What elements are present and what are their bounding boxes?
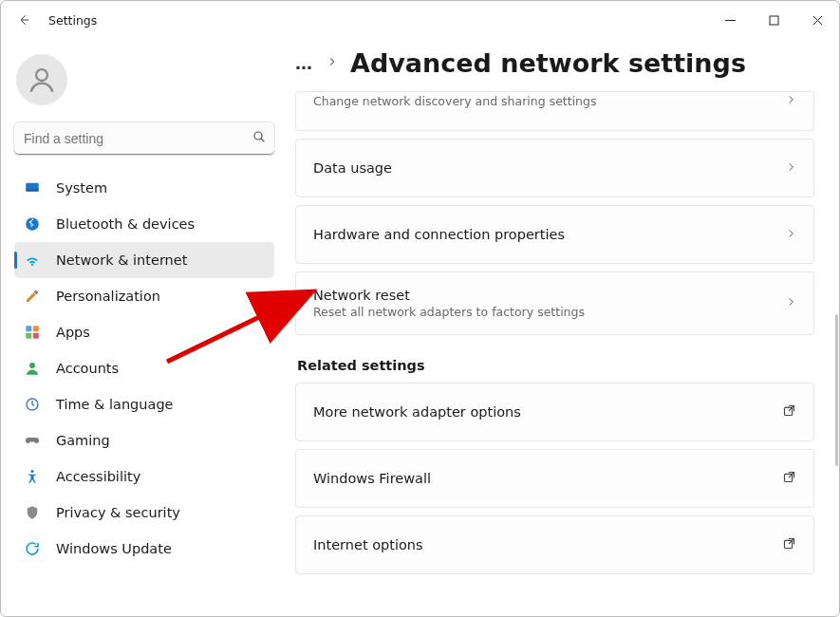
svg-rect-4 [26, 190, 39, 192]
sidebar-item-system[interactable]: System [14, 170, 274, 206]
system-icon [24, 179, 41, 196]
sidebar-item-label: Personalization [56, 289, 160, 304]
external-link-icon [782, 470, 796, 487]
main: … Advanced network settings Change netwo… [286, 39, 839, 616]
sidebar-item-update[interactable]: Windows Update [14, 531, 274, 567]
accessibility-icon [24, 468, 41, 485]
card-title: More network adapter options [313, 404, 782, 420]
sidebar-item-label: Accessibility [56, 469, 140, 484]
nav: System Bluetooth & devices Network & int… [14, 170, 274, 567]
sidebar: System Bluetooth & devices Network & int… [1, 39, 286, 616]
card-subtitle: Reset all network adapters to factory se… [313, 305, 786, 319]
sidebar-item-gaming[interactable]: Gaming [14, 422, 274, 458]
svg-point-11 [29, 363, 35, 368]
sidebar-item-label: Gaming [56, 433, 110, 448]
scrollbar-thumb[interactable] [835, 314, 838, 466]
sidebar-item-label: System [56, 180, 107, 196]
card-hardware-properties[interactable]: Hardware and connection properties [295, 205, 814, 264]
chevron-right-icon [786, 159, 796, 178]
scrollbar[interactable] [835, 96, 838, 616]
time-language-icon [24, 396, 41, 413]
card-data-usage[interactable]: Data usage [295, 139, 814, 197]
breadcrumb: … Advanced network settings [295, 48, 814, 78]
svg-rect-8 [33, 326, 39, 331]
sidebar-item-privacy[interactable]: Privacy & security [14, 495, 274, 531]
window-title: Settings [48, 13, 97, 28]
bluetooth-icon [24, 215, 41, 233]
search-input[interactable] [14, 122, 274, 155]
svg-rect-0 [770, 16, 778, 25]
maximize-button[interactable] [752, 1, 795, 39]
chevron-right-icon [786, 92, 796, 110]
sidebar-item-time[interactable]: Time & language [14, 386, 274, 422]
svg-point-2 [254, 132, 262, 140]
close-button[interactable] [795, 1, 839, 39]
sidebar-item-label: Privacy & security [56, 505, 180, 520]
accounts-icon [24, 360, 41, 377]
breadcrumb-more-icon[interactable]: … [295, 53, 314, 73]
svg-point-1 [36, 69, 47, 81]
sidebar-item-personalization[interactable]: Personalization [14, 278, 274, 314]
sidebar-item-bluetooth[interactable]: Bluetooth & devices [14, 206, 274, 242]
sidebar-item-label: Accounts [56, 361, 119, 376]
sidebar-item-network[interactable]: Network & internet [14, 242, 274, 278]
external-link-icon [782, 403, 796, 421]
svg-point-13 [31, 470, 34, 473]
sidebar-item-label: Bluetooth & devices [56, 216, 195, 232]
personalization-icon [24, 288, 41, 305]
minimize-button[interactable] [708, 1, 752, 39]
chevron-right-icon [786, 226, 796, 244]
card-title: Windows Firewall [313, 471, 782, 486]
external-link-icon [782, 536, 796, 553]
sidebar-item-apps[interactable]: Apps [14, 314, 274, 350]
avatar[interactable] [16, 54, 67, 105]
card-internet-options[interactable]: Internet options [295, 515, 814, 574]
card-more-adapter-options[interactable]: More network adapter options [295, 383, 814, 441]
card-title: Hardware and connection properties [313, 227, 786, 242]
card-windows-firewall[interactable]: Windows Firewall [295, 449, 814, 508]
apps-icon [24, 324, 41, 341]
titlebar: Settings [1, 1, 839, 39]
chevron-right-icon [327, 55, 337, 71]
page-title: Advanced network settings [350, 48, 746, 78]
search-wrap [14, 122, 274, 155]
svg-rect-7 [26, 326, 31, 331]
gaming-icon [24, 432, 41, 449]
svg-rect-9 [26, 333, 31, 339]
update-icon [24, 540, 41, 557]
window-controls [708, 1, 839, 39]
card-network-discovery[interactable]: Change network discovery and sharing set… [295, 91, 814, 131]
card-network-reset[interactable]: Network reset Reset all network adapters… [295, 271, 814, 335]
privacy-icon [24, 504, 41, 521]
card-title: Network reset [313, 288, 786, 303]
chevron-right-icon [786, 294, 796, 312]
sidebar-item-label: Network & internet [56, 252, 187, 268]
svg-rect-10 [33, 333, 39, 339]
card-title: Data usage [313, 160, 786, 176]
card-title: Internet options [313, 537, 782, 552]
sidebar-item-label: Windows Update [56, 541, 172, 556]
sidebar-item-label: Apps [56, 325, 90, 340]
related-settings-heading: Related settings [297, 358, 814, 373]
sidebar-item-accessibility[interactable]: Accessibility [14, 458, 274, 495]
sidebar-item-accounts[interactable]: Accounts [14, 350, 274, 386]
sidebar-item-label: Time & language [56, 397, 174, 412]
card-subtitle: Change network discovery and sharing set… [313, 94, 786, 108]
back-button[interactable] [14, 10, 33, 29]
search-icon[interactable] [252, 129, 267, 147]
wifi-icon [24, 252, 41, 269]
